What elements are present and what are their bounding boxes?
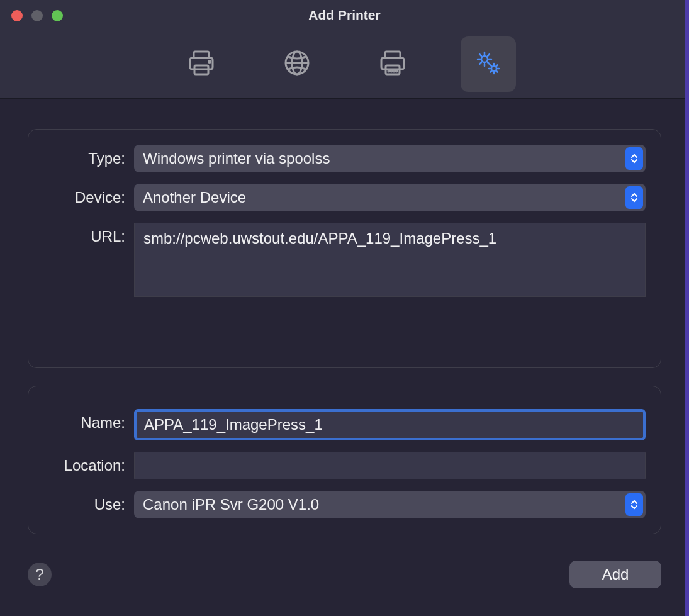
use-label: Use: <box>43 491 134 513</box>
use-select[interactable]: Canon iPR Svr G200 V1.0 <box>134 491 646 518</box>
device-select[interactable]: Another Device <box>134 184 646 211</box>
svg-rect-8 <box>381 58 404 69</box>
connection-panel: Type: Windows printer via spoolss Device… <box>28 129 661 368</box>
add-button[interactable]: Add <box>569 561 661 588</box>
type-value: Windows printer via spoolss <box>143 150 330 167</box>
traffic-lights <box>11 10 63 21</box>
close-window-button[interactable] <box>11 10 23 21</box>
help-button[interactable]: ? <box>28 563 52 586</box>
minimize-window-button[interactable] <box>31 10 43 21</box>
help-icon: ? <box>35 566 43 583</box>
chevron-up-down-icon <box>625 147 643 170</box>
device-row: Device: Another Device <box>43 184 646 211</box>
svg-point-10 <box>388 70 389 72</box>
type-row: Type: Windows printer via spoolss <box>43 145 646 172</box>
chevron-up-down-icon <box>625 186 643 209</box>
svg-rect-1 <box>190 58 213 69</box>
chevron-up-down-icon <box>625 493 643 516</box>
svg-point-12 <box>393 70 395 72</box>
tab-advanced[interactable] <box>461 36 516 92</box>
details-panel: Name: APPA_119_ImagePress_1 Location: Us… <box>28 386 661 534</box>
tab-windows-printer[interactable] <box>365 36 420 92</box>
name-label: Name: <box>43 409 134 432</box>
svg-point-14 <box>481 56 488 62</box>
content-area: Type: Windows printer via spoolss Device… <box>0 99 689 564</box>
titlebar: Add Printer <box>0 0 689 30</box>
tab-default-printer[interactable] <box>174 36 229 92</box>
svg-point-11 <box>391 70 392 72</box>
toolbar <box>0 30 689 99</box>
device-value: Another Device <box>143 189 246 206</box>
gears-icon <box>473 48 503 81</box>
url-label: URL: <box>43 223 134 245</box>
device-label: Device: <box>43 184 134 206</box>
name-row: Name: APPA_119_ImagePress_1 <box>43 409 646 440</box>
printer-icon <box>186 48 216 81</box>
svg-point-3 <box>208 61 210 63</box>
name-value: APPA_119_ImagePress_1 <box>144 416 323 434</box>
add-button-label: Add <box>602 566 629 583</box>
location-label: Location: <box>43 452 134 474</box>
name-input[interactable]: APPA_119_ImagePress_1 <box>134 409 646 440</box>
type-select[interactable]: Windows printer via spoolss <box>134 145 646 172</box>
type-label: Type: <box>43 145 134 167</box>
location-input[interactable] <box>134 452 646 479</box>
globe-icon <box>282 48 312 81</box>
maximize-window-button[interactable] <box>52 10 63 21</box>
url-input[interactable]: smb://pcweb.uwstout.edu/APPA_119_ImagePr… <box>134 223 646 297</box>
location-row: Location: <box>43 452 646 479</box>
footer: ? Add <box>0 561 689 588</box>
right-edge-decoration <box>685 0 689 616</box>
use-value: Canon iPR Svr G200 V1.0 <box>143 496 319 513</box>
url-row: URL: smb://pcweb.uwstout.edu/APPA_119_Im… <box>43 223 646 297</box>
use-row: Use: Canon iPR Svr G200 V1.0 <box>43 491 646 518</box>
svg-point-13 <box>396 70 397 72</box>
tab-ip-printer[interactable] <box>269 36 325 92</box>
printer-network-icon <box>378 48 408 81</box>
window-title: Add Printer <box>0 8 689 23</box>
url-value: smb://pcweb.uwstout.edu/APPA_119_ImagePr… <box>143 230 496 247</box>
